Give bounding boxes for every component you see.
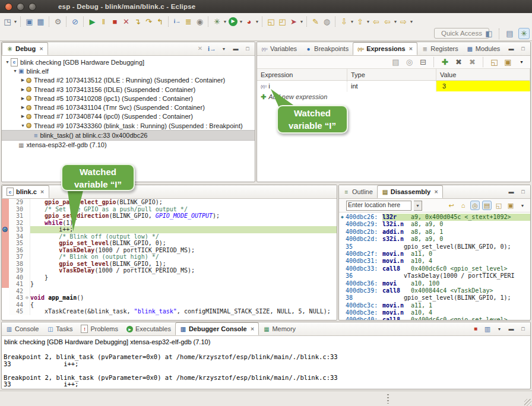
view-menu-icon[interactable]: ▼ (516, 56, 527, 68)
line-number[interactable]: 38 (9, 261, 24, 268)
view-menu-icon[interactable]: ▼ (518, 201, 527, 210)
annotation-ruler[interactable] (2, 288, 9, 295)
line-number[interactable]: 39 (9, 267, 24, 274)
code-text[interactable]: i++; (30, 226, 337, 233)
code-line[interactable]: 39 vTaskDelay(1000 / portTICK_PERIOD_MS)… (2, 267, 337, 274)
close-icon[interactable]: ✕ (251, 326, 255, 332)
line-number[interactable]: 44 (9, 302, 24, 309)
line-number[interactable]: 31 (9, 212, 24, 220)
tab-console[interactable]: ▥Console (2, 322, 43, 335)
tree-row[interactable]: ▶Thread #6 1073431104 (Tmr Svc) (Suspend… (2, 103, 255, 112)
line-number[interactable]: 41 (9, 281, 24, 288)
code-line[interactable]: 34 /* Blink off (output low) */ (2, 233, 337, 240)
new-wizard-icon-dropdown[interactable]: ▼ (13, 20, 18, 24)
annotation-ruler[interactable] (2, 199, 9, 206)
build-icon[interactable]: ⚙ (52, 16, 64, 27)
code-text[interactable]: while(1) (30, 220, 337, 227)
disconnect-icon[interactable]: ✕ (121, 16, 132, 27)
annotation-ruler[interactable] (2, 247, 9, 254)
new-view-icon[interactable]: ◱ (494, 201, 504, 210)
tab-debugger-console[interactable]: ▥Debugger Console✕ (175, 322, 259, 335)
external-tools-icon-dropdown[interactable]: ▼ (255, 20, 259, 24)
cpp-perspective-icon[interactable]: ▤ (504, 28, 515, 39)
maximize-view-icon[interactable]: □ (518, 44, 528, 53)
remove-expression-icon[interactable]: ✖ (453, 56, 464, 68)
maximize-view-icon[interactable]: □ (518, 187, 528, 196)
run-launch-icon-dropdown[interactable]: ▼ (239, 20, 243, 24)
code-line[interactable]: ▸33 i++; (2, 226, 337, 233)
terminate-icon[interactable]: ■ (471, 324, 480, 334)
code-line[interactable]: 45 xTaskCreate(&blink_task, "blink_task"… (2, 308, 337, 315)
quick-access-button[interactable]: Quick Access (434, 28, 489, 39)
collapsed-arrow-icon[interactable]: ▶ (20, 96, 26, 101)
code-text[interactable]: } (30, 274, 337, 281)
tree-row[interactable]: ▦xtensa-esp32-elf-gdb (7.10) (2, 141, 255, 150)
instruction-stepping-icon[interactable]: i→ (172, 16, 183, 27)
suspend-icon[interactable]: ‖ (98, 16, 109, 27)
fold-marker[interactable] (24, 288, 30, 295)
terminate-icon[interactable]: ■ (109, 16, 121, 27)
pin-view-icon[interactable]: ▣ (506, 201, 515, 210)
window-minimize-button[interactable] (17, 3, 24, 11)
disassembly-line[interactable]: 400dbc3e:movi.na10, 4 (339, 309, 530, 316)
tree-row[interactable]: ▼cblink checking [GDB Hardware Debugging… (2, 58, 255, 66)
new-wizard-icon[interactable]: ◳ (2, 16, 13, 27)
fold-marker[interactable] (24, 281, 30, 288)
minimize-view-icon[interactable]: ▬ (231, 44, 240, 53)
line-number[interactable]: 35 (9, 240, 24, 247)
fold-marker[interactable]: ⊖ (24, 294, 30, 302)
pin-editor-icon[interactable]: ⇩ (338, 16, 350, 27)
flash-target-icon[interactable]: ➤ (288, 16, 299, 27)
code-text[interactable]: xTaskCreate(&blink_task, "blink_task", c… (30, 308, 337, 315)
tab-debug[interactable]: ✳Debug✕ (2, 42, 48, 55)
fold-marker[interactable] (24, 206, 30, 213)
close-icon[interactable]: ✕ (40, 189, 45, 195)
remove-all-expressions-icon[interactable]: ✖ (467, 56, 478, 68)
back-to-last-icon[interactable]: ⇦ (370, 16, 382, 27)
code-text[interactable]: vTaskDelay(1000 / portTICK_PERIOD_MS); (30, 247, 337, 254)
tab-problems[interactable]: !Problems (77, 322, 122, 335)
window-maximize-button[interactable] (28, 3, 36, 11)
save-icon[interactable]: ▣ (24, 16, 35, 27)
resume-icon[interactable]: ▶ (87, 16, 98, 27)
instruction-stepping-mode-icon[interactable]: i→ (207, 44, 217, 53)
annotation-ruler[interactable] (2, 240, 9, 247)
fold-marker[interactable] (24, 247, 30, 254)
sync-with-context-icon[interactable]: ◎ (470, 201, 480, 210)
annotation-ruler[interactable] (2, 233, 9, 240)
tab-executables[interactable]: ▶Executables (122, 322, 175, 335)
collapsed-arrow-icon[interactable]: ▶ (20, 87, 26, 92)
line-number[interactable]: 40 (9, 274, 24, 281)
line-number[interactable]: 34 (9, 233, 24, 240)
coverage-icon[interactable]: ◍ (321, 16, 332, 27)
line-number[interactable]: 29 (9, 199, 24, 206)
annotation-ruler[interactable] (2, 281, 9, 288)
code-line[interactable]: 32 while(1) (2, 220, 337, 227)
annotation-ruler[interactable] (2, 294, 9, 302)
last-edit-location-icon[interactable]: ⇧ (354, 16, 366, 27)
disassembly-line[interactable]: 400dbc39:call80x400844c4 <vTaskDelay> (339, 287, 530, 294)
disassembly-line[interactable]: 400dbc2f:movi.na11, 0 (339, 250, 530, 258)
code-line[interactable]: 30 /* Set the GPIO as a push/pull output… (2, 206, 337, 213)
tab-registers[interactable]: ≣Registers (417, 42, 462, 55)
tree-row[interactable]: ▶Thread #7 1073408744 (ipc0) (Suspended … (2, 112, 255, 121)
annotation-ruler[interactable] (2, 253, 9, 261)
line-number[interactable]: 36 (9, 247, 24, 254)
add-expression-icon[interactable]: ✚ (439, 56, 451, 68)
debug-launch-icon[interactable]: ✳ (211, 16, 223, 27)
location-input[interactable]: Enter location here (346, 201, 411, 211)
fold-marker[interactable] (24, 302, 30, 309)
code-line[interactable]: 38 gpio_set_level(BLINK_GPIO, 1); (2, 261, 337, 268)
flash-target-icon-dropdown[interactable]: ▼ (299, 20, 304, 24)
show-logical-structure-icon[interactable]: ◎ (404, 56, 415, 68)
disassembly-line[interactable]: 400dbc36:movia10, 100 (339, 280, 530, 287)
goto-pc-icon[interactable]: ↩ (446, 201, 456, 210)
minimize-view-icon[interactable]: ▬ (506, 324, 516, 334)
pin-editor-icon-dropdown[interactable]: ▼ (350, 20, 354, 24)
show-source-icon[interactable]: ▤ (482, 201, 492, 210)
code-line[interactable]: 35 gpio_set_level(BLINK_GPIO, 0); (2, 240, 337, 247)
disassembly-line[interactable]: 38gpio_set_level(BLINK_GPIO, 1); (339, 294, 530, 302)
line-number[interactable]: 45 (9, 308, 24, 315)
code-line[interactable]: 44{ (2, 302, 337, 309)
annotation-ruler[interactable] (2, 308, 9, 315)
